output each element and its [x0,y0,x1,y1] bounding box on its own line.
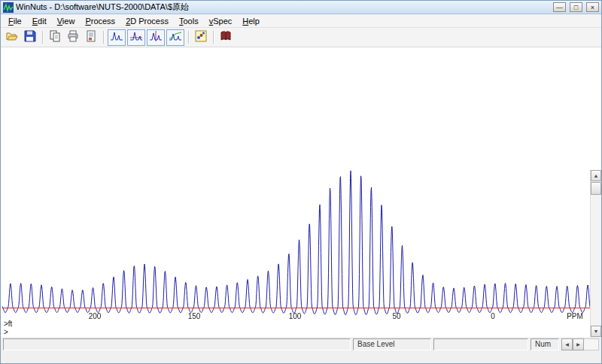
open-button[interactable] [3,29,21,46]
phase-button[interactable] [127,29,145,46]
num-lock-pane: Num [531,338,559,350]
save-button[interactable] [21,29,39,46]
command-history-line: >ft [4,320,12,328]
close-button[interactable]: × [586,2,599,12]
base-level-pane: Base Level [353,338,431,350]
help-book-icon [220,30,232,44]
vertical-scrollbar-track[interactable] [591,181,601,326]
spectrum-window: 200 150 100 50 0 PPM >ft > ▲ ▼ [1,47,601,337]
arrow-up-icon: ▲ [594,173,599,178]
minimize-button[interactable]: — [553,2,566,12]
integrate-button[interactable] [166,29,184,46]
winnuts-window: WinNuts - D:\software\NUTS-2000\DATA\$原始… [0,0,602,364]
menu-file[interactable]: File [3,15,27,27]
toolbar-separator [42,31,43,44]
vertical-scrollbar-thumb[interactable] [591,182,601,195]
arrow-right-icon: ▶ [576,342,580,347]
horizontal-scrollbar[interactable]: ◀ ▶ [561,338,599,350]
maximize-button[interactable]: □ [570,2,582,12]
x-axis-tick: 0 [491,312,495,320]
copy-button[interactable] [46,29,64,46]
scroll-right-button[interactable]: ▶ [573,338,584,350]
contour-2d-button[interactable] [192,29,210,46]
command-prompt[interactable]: > [4,328,8,336]
x-axis-tick: 150 [188,312,201,320]
status-message-pane [3,338,351,350]
scroll-up-button[interactable]: ▲ [591,170,601,181]
x-axis-tick: 50 [392,312,400,320]
scroll-left-button[interactable]: ◀ [561,338,573,350]
toolbar-separator [103,31,104,44]
menu-edit[interactable]: Edit [27,15,52,27]
x-axis-tick: 200 [89,312,102,320]
menu-tools[interactable]: Tools [174,15,204,27]
spectrum-icon [110,30,123,44]
page-setup-button[interactable] [82,29,100,46]
spectrum-plot[interactable] [2,47,592,337]
contour-2d-icon [195,30,207,44]
arrow-down-icon: ▼ [594,329,599,334]
x-axis-tick: 100 [289,312,302,320]
copy-icon [49,30,61,44]
toolbar [1,28,601,47]
help-button[interactable] [217,29,235,46]
menu-2d-process[interactable]: 2D Process [120,15,174,27]
printer-icon [67,30,79,44]
arrow-left-icon: ◀ [565,342,569,347]
integrate-spectrum-icon [169,30,182,44]
menu-bar: File Edit View Process 2D Process Tools … [1,14,601,28]
x-axis-unit-label: PPM [567,312,583,320]
menu-help[interactable]: Help [237,15,265,27]
status-value-pane [433,338,528,350]
scroll-down-button[interactable]: ▼ [591,326,601,337]
save-floppy-icon [24,30,36,44]
phase-spectrum-icon [129,30,143,44]
menu-process[interactable]: Process [80,15,120,27]
open-folder-icon [6,30,18,44]
app-icon[interactable] [3,2,14,13]
toolbar-separator [188,31,189,44]
zoom-spectrum-icon [149,30,163,44]
spectrum-display-button[interactable] [108,29,126,46]
vertical-scrollbar[interactable]: ▲ ▼ [590,170,601,337]
horizontal-scrollbar-track[interactable] [584,338,599,350]
menu-view[interactable]: View [52,15,81,27]
zoom-button[interactable] [147,29,165,46]
title-bar: WinNuts - D:\software\NUTS-2000\DATA\$原始… [1,1,601,14]
menu-vspec[interactable]: vSpec [204,15,238,27]
print-button[interactable] [64,29,82,46]
toolbar-separator [213,31,214,44]
window-title: WinNuts - D:\software\NUTS-2000\DATA\$原始 [16,1,549,14]
document-settings-icon [85,30,97,44]
window-bottom-border [1,351,601,363]
status-bar: Base Level Num ◀ ▶ [1,337,601,351]
